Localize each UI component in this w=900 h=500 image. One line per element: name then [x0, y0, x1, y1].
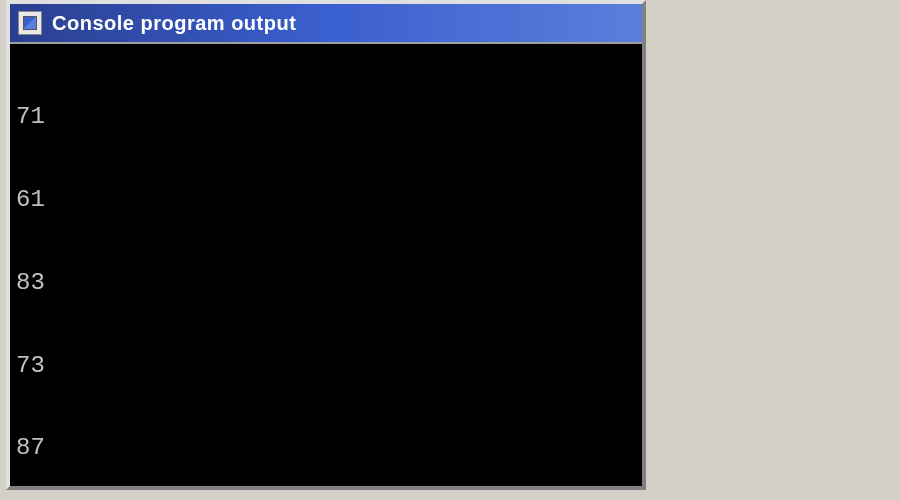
- console-output[interactable]: 71 61 83 73 87 Press any key to continue…: [10, 44, 642, 486]
- output-line: 73: [16, 352, 636, 380]
- app-icon[interactable]: [18, 11, 42, 35]
- output-line: 87: [16, 434, 636, 462]
- console-window: Console program output 71 61 83 73 87 Pr…: [6, 0, 646, 490]
- output-line: 71: [16, 103, 636, 131]
- window-title: Console program output: [52, 12, 296, 35]
- output-line: 61: [16, 186, 636, 214]
- output-line: 83: [16, 269, 636, 297]
- app-icon-glyph: [23, 16, 37, 30]
- titlebar[interactable]: Console program output: [10, 4, 642, 44]
